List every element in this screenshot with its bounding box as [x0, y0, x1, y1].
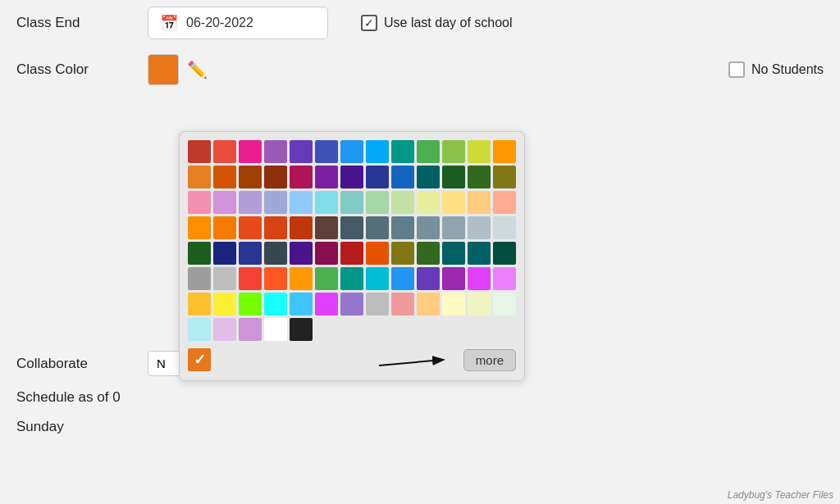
color-cell[interactable]	[264, 267, 287, 290]
color-cell[interactable]	[493, 318, 516, 341]
color-cell[interactable]	[213, 318, 236, 341]
color-cell[interactable]	[239, 191, 262, 214]
color-cell[interactable]	[340, 140, 363, 163]
color-cell[interactable]	[493, 293, 516, 316]
color-cell[interactable]	[417, 191, 440, 214]
color-cell[interactable]	[188, 191, 211, 214]
color-cell[interactable]	[391, 166, 414, 188]
color-swatch-selected[interactable]	[148, 54, 179, 85]
color-cell[interactable]	[264, 166, 287, 188]
color-cell[interactable]	[366, 293, 389, 316]
color-cell[interactable]	[468, 191, 491, 214]
color-cell[interactable]	[468, 166, 491, 188]
color-cell[interactable]	[468, 293, 491, 316]
color-cell[interactable]	[188, 318, 211, 341]
color-cell[interactable]	[340, 242, 363, 265]
color-cell[interactable]	[340, 267, 363, 290]
color-cell[interactable]	[417, 166, 440, 188]
color-cell[interactable]	[315, 242, 338, 265]
class-end-date-input[interactable]: 📅 06-20-2022	[148, 7, 328, 39]
color-cell[interactable]	[290, 293, 313, 316]
color-cell[interactable]	[315, 216, 338, 239]
color-cell[interactable]	[290, 318, 313, 341]
color-cell[interactable]	[366, 318, 389, 341]
color-cell[interactable]	[417, 140, 440, 163]
color-cell[interactable]	[188, 242, 211, 265]
color-cell[interactable]	[315, 140, 338, 163]
color-cell[interactable]	[264, 293, 287, 316]
color-cell[interactable]	[188, 140, 211, 163]
color-cell[interactable]	[213, 166, 236, 188]
color-cell[interactable]	[366, 140, 389, 163]
color-cell[interactable]	[442, 191, 465, 214]
color-cell[interactable]	[391, 191, 414, 214]
color-cell[interactable]	[340, 293, 363, 316]
color-cell[interactable]	[442, 166, 465, 188]
color-cell[interactable]	[340, 191, 363, 214]
color-cell[interactable]	[468, 318, 491, 341]
color-cell[interactable]	[468, 267, 491, 290]
color-cell[interactable]	[264, 140, 287, 163]
color-cell[interactable]	[493, 140, 516, 163]
color-cell[interactable]	[188, 166, 211, 188]
color-cell[interactable]	[239, 318, 262, 341]
color-cell[interactable]	[239, 242, 262, 265]
color-cell[interactable]	[417, 293, 440, 316]
color-cell[interactable]	[290, 166, 313, 188]
color-cell[interactable]	[366, 191, 389, 214]
color-cell[interactable]	[290, 242, 313, 265]
color-cell[interactable]	[493, 191, 516, 214]
color-cell[interactable]	[188, 216, 211, 239]
color-cell[interactable]	[366, 242, 389, 265]
color-cell[interactable]	[315, 267, 338, 290]
color-cell[interactable]	[315, 293, 338, 316]
color-cell[interactable]	[442, 242, 465, 265]
color-cell[interactable]	[366, 166, 389, 188]
color-cell[interactable]	[493, 216, 516, 239]
color-cell[interactable]	[239, 216, 262, 239]
color-cell[interactable]	[468, 216, 491, 239]
color-cell[interactable]	[290, 267, 313, 290]
color-cell[interactable]	[188, 293, 211, 316]
color-cell[interactable]	[264, 318, 287, 341]
color-cell[interactable]	[366, 267, 389, 290]
color-cell[interactable]	[493, 242, 516, 265]
color-cell[interactable]	[391, 293, 414, 316]
color-cell[interactable]	[264, 242, 287, 265]
color-cell[interactable]	[493, 166, 516, 188]
eyedropper-icon[interactable]: ✏️	[187, 60, 208, 79]
color-cell[interactable]	[290, 140, 313, 163]
color-cell[interactable]	[188, 267, 211, 290]
color-cell[interactable]	[417, 216, 440, 239]
color-cell[interactable]	[366, 216, 389, 239]
color-cell[interactable]	[239, 140, 262, 163]
color-cell[interactable]	[213, 267, 236, 290]
color-cell[interactable]	[239, 293, 262, 316]
color-cell[interactable]	[213, 242, 236, 265]
color-cell[interactable]	[315, 166, 338, 188]
color-cell[interactable]	[213, 216, 236, 239]
color-cell[interactable]	[468, 242, 491, 265]
color-cell[interactable]	[290, 216, 313, 239]
color-cell[interactable]	[340, 318, 363, 341]
color-cell[interactable]	[340, 216, 363, 239]
color-cell[interactable]	[391, 318, 414, 341]
color-cell[interactable]	[213, 140, 236, 163]
color-cell[interactable]	[315, 191, 338, 214]
color-cell[interactable]	[264, 216, 287, 239]
color-cell[interactable]	[417, 242, 440, 265]
color-cell[interactable]	[442, 267, 465, 290]
color-cell[interactable]	[417, 318, 440, 341]
selected-color-checkmark[interactable]: ✓	[188, 348, 211, 371]
no-students-checkbox[interactable]	[728, 61, 745, 78]
color-cell[interactable]	[340, 166, 363, 188]
color-cell[interactable]	[442, 293, 465, 316]
color-cell[interactable]	[391, 242, 414, 265]
color-cell[interactable]	[239, 267, 262, 290]
use-last-day-checkbox[interactable]: ✓	[361, 15, 377, 31]
color-cell[interactable]	[468, 140, 491, 163]
color-cell[interactable]	[417, 267, 440, 290]
color-cell[interactable]	[442, 318, 465, 341]
color-cell[interactable]	[264, 191, 287, 214]
color-cell[interactable]	[213, 191, 236, 214]
